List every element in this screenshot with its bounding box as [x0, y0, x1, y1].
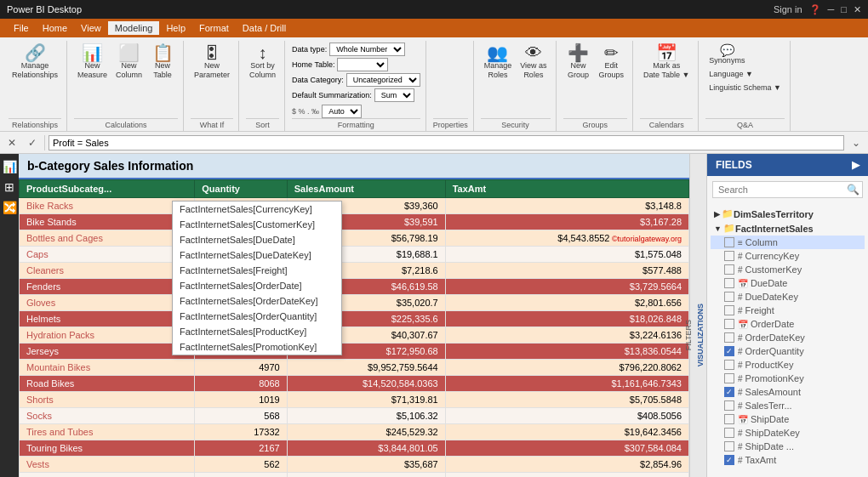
tree-field-salesterr...[interactable]: #SalesTerr... [711, 399, 865, 412]
formula-confirm-button[interactable]: ✓ [24, 134, 41, 151]
tree-field-productkey[interactable]: #ProductKey [711, 358, 865, 372]
defaultsum-select[interactable]: Sum [374, 88, 414, 102]
dropdown-item[interactable]: FactInternetSales[OrderDate] [173, 278, 341, 293]
linguistic-schema-button[interactable]: Linguistic Schema ▼ [705, 82, 784, 94]
field-checkbox[interactable] [724, 292, 734, 302]
field-checkbox[interactable]: ✓ [724, 455, 734, 465]
tree-field-salesamount[interactable]: ✓#SalesAmount [711, 385, 865, 399]
language-button[interactable]: Language ▼ [705, 68, 756, 80]
tree-field-shipdate-...[interactable]: #ShipDate ... [711, 440, 865, 453]
view-as-roles-button[interactable]: 👁 View asRoles [517, 43, 550, 82]
model-view-button[interactable]: 🔀 [0, 198, 20, 217]
dropdown-item[interactable]: FactInternetSales[CurrencyKey] [173, 202, 341, 217]
hometable-select[interactable] [337, 58, 388, 71]
tree-field-taxamt[interactable]: ✓#TaxAmt [711, 453, 865, 467]
new-group-button[interactable]: ➕ NewGroup [563, 43, 594, 82]
format-auto-select[interactable]: Auto [322, 105, 362, 118]
datacat-select[interactable]: Uncategorized [346, 73, 420, 87]
mark-date-table-button[interactable]: 📅 Mark asDate Table ▼ [640, 43, 693, 82]
synonyms-button[interactable]: 💬 Synonyms [705, 43, 748, 66]
manage-roles-button[interactable]: 👥 ManageRoles [481, 43, 516, 82]
dropdown-scroll[interactable]: FactInternetSales[CurrencyKey]FactIntern… [173, 202, 341, 355]
minimize-icon[interactable]: ─ [828, 4, 835, 14]
tree-field-customerkey[interactable]: #CustomerKey [711, 263, 865, 276]
tab-data-drill[interactable]: Data / Drill [236, 21, 293, 35]
field-checkbox[interactable] [724, 360, 734, 370]
new-parameter-button[interactable]: 🎛 NewParameter [191, 43, 233, 82]
field-checkbox[interactable] [724, 332, 734, 343]
dropdown-item[interactable]: FactInternetSales[OrderDateKey] [173, 293, 341, 309]
tab-modeling[interactable]: Modeling [108, 21, 160, 35]
tree-field-promotionkey[interactable]: #PromotionKey [711, 372, 865, 385]
dropdown-item[interactable]: FactInternetSales[ProductKey] [173, 324, 341, 339]
tab-file[interactable]: File [7, 21, 36, 35]
manage-relationships-button[interactable]: 🔗 ManageRelationships [9, 43, 61, 82]
tab-help[interactable]: Help [159, 21, 192, 35]
new-measure-button[interactable]: 📊 NewMeasure [74, 43, 111, 82]
dropdown-item[interactable]: FactInternetSales[DueDateKey] [173, 247, 341, 263]
tree-field-duedate[interactable]: 📅DueDate [711, 276, 865, 290]
field-checkbox[interactable] [724, 251, 734, 261]
tree-field-orderquantity[interactable]: ✓#OrderQuantity [711, 344, 865, 358]
dropdown-item[interactable]: FactInternetSales[OrderQuantity] [173, 309, 341, 324]
new-table-button[interactable]: 📋 NewTable [147, 43, 178, 82]
field-checkbox[interactable] [724, 237, 734, 247]
signin-link[interactable]: Sign in [774, 4, 802, 14]
field-checkbox[interactable] [724, 428, 734, 438]
sort-by-column-button[interactable]: ↕ Sort byColumn [246, 43, 279, 82]
col-header-sales[interactable]: SalesAmount [287, 180, 445, 198]
tab-view[interactable]: View [74, 21, 108, 35]
tree-parent-dimsalesterritory[interactable]: ▶📁 DimSalesTerritory [711, 207, 865, 221]
viz-tab[interactable]: VISUALIZATIONS [694, 298, 706, 372]
fields-expand-icon[interactable]: ▶ [852, 159, 859, 171]
field-checkbox[interactable]: ✓ [724, 346, 734, 356]
field-checkbox[interactable] [724, 414, 734, 424]
dropdown-item[interactable]: FactInternetSales[CustomerKey] [173, 217, 341, 232]
tab-home[interactable]: Home [36, 21, 74, 35]
tree-field-shipdate[interactable]: 📅ShipDate [711, 412, 865, 426]
field-checkbox[interactable] [724, 373, 734, 383]
report-view-button[interactable]: 📊 [0, 157, 20, 176]
tree-field-column[interactable]: ≡Column [711, 236, 865, 249]
tree-parent-factinternetsales[interactable]: ▼📁 FactInternetSales [711, 221, 865, 236]
field-checkbox[interactable] [724, 264, 734, 275]
maximize-icon[interactable]: □ [841, 4, 847, 14]
edit-groups-button[interactable]: ✏ EditGroups [596, 43, 628, 82]
table-row: Hydration Packs 733 $40,307.67 $3,224.61… [20, 327, 689, 344]
field-checkbox[interactable] [724, 400, 734, 411]
formula-expand-button[interactable]: ⌄ [848, 134, 865, 151]
tree-field-duedatekey[interactable]: #DueDateKey [711, 290, 865, 304]
tree-field-orderdate[interactable]: 📅OrderDate [711, 317, 865, 331]
dropdown-item[interactable]: FactInternetSales[PromotionKey] [173, 339, 341, 355]
new-column-button[interactable]: ⬜ NewColumn [112, 43, 146, 82]
filters-tab[interactable]: FILTERS [682, 315, 694, 355]
tree-field-orderdatekey[interactable]: #OrderDateKey [711, 331, 865, 344]
col-header-product[interactable]: ProductSubcateg... [20, 180, 195, 198]
fields-search-input[interactable] [712, 181, 863, 198]
tree-expand-arrow: ▼ [714, 224, 722, 233]
dropdown-item[interactable]: FactInternetSales[DueDate] [173, 232, 341, 247]
col-header-tax[interactable]: TaxAmt [445, 180, 688, 198]
field-checkbox[interactable] [724, 319, 734, 329]
field-checkbox[interactable]: ✓ [724, 387, 734, 397]
help-icon[interactable]: ❓ [809, 4, 821, 15]
field-checkbox[interactable] [724, 278, 734, 288]
field-checkbox[interactable] [724, 305, 734, 315]
field-checkbox[interactable] [724, 441, 734, 451]
tree-field-shipdatekey[interactable]: #ShipDateKey [711, 426, 865, 440]
formula-input[interactable] [49, 135, 844, 150]
ribbon-group-formatting: Data type: Whole Number Home Table: Data… [287, 41, 426, 131]
formula-cancel-button[interactable]: ✕ [3, 134, 20, 151]
datatype-select[interactable]: Whole Number [329, 43, 405, 56]
col-header-quantity[interactable]: Quantity [195, 180, 287, 198]
total-qty: 60398 [195, 473, 287, 478]
field-type-icon: # [738, 429, 743, 438]
viz-sidebar: VISUALIZATIONS FILTERS [689, 154, 706, 477]
data-view-button[interactable]: ⊞ [2, 178, 17, 196]
close-icon[interactable]: ✕ [854, 4, 861, 15]
dropdown-item[interactable]: FactInternetSales[Freight] [173, 263, 341, 278]
field-dropdown[interactable]: FactInternetSales[CurrencyKey]FactIntern… [172, 201, 342, 355]
tree-field-currencykey[interactable]: #CurrencyKey [711, 249, 865, 263]
tree-field-freight[interactable]: #Freight [711, 304, 865, 317]
tab-format[interactable]: Format [192, 21, 236, 35]
